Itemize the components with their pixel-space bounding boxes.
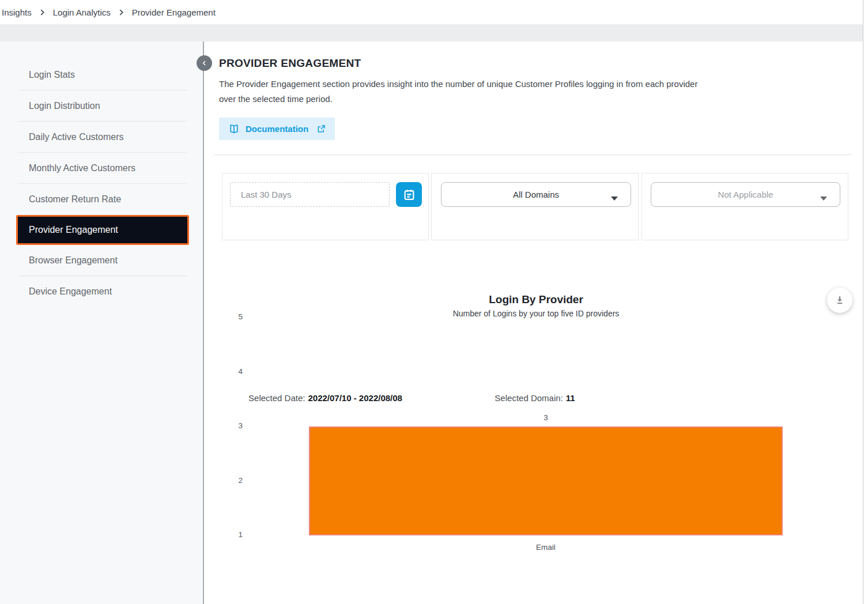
sidebar-item-label: Provider Engagement: [29, 225, 118, 235]
sidebar-item-label: Login Distribution: [29, 101, 100, 111]
chevron-right-icon: [118, 9, 124, 16]
section-divider: [214, 154, 852, 155]
y-axis-tick: 1: [219, 530, 243, 539]
collapse-sidebar-button[interactable]: [197, 55, 212, 71]
breadcrumb-item-login-analytics[interactable]: Login Analytics: [53, 7, 111, 17]
provider-engagement-page: Insights Login Analytics Provider Engage…: [0, 0, 868, 604]
secondary-select[interactable]: Not Applicable: [651, 182, 840, 207]
bar-email[interactable]: [309, 426, 783, 535]
y-axis-tick: 3: [219, 421, 243, 430]
domain-filter-card: All Domains Selected Domain:11: [431, 173, 639, 240]
secondary-select-value: Not Applicable: [718, 190, 773, 199]
page-description: The Provider Engagement section provides…: [219, 77, 714, 107]
y-axis-tick: 4: [219, 367, 243, 376]
y-axis-tick: 5: [219, 312, 243, 321]
sidebar-item-browser-engagement[interactable]: Browser Engagement: [19, 245, 187, 276]
date-range-input[interactable]: [230, 182, 390, 207]
analytics-sidebar: Login StatsLogin DistributionDaily Activ…: [0, 41, 204, 604]
chevron-down-icon: [611, 193, 618, 203]
header-band: [0, 24, 863, 41]
selected-date-value: 2022/07/10 - 2022/08/08: [308, 393, 402, 403]
chart-title: Login By Provider: [219, 293, 853, 306]
book-icon: [228, 124, 240, 134]
selected-date-summary: Selected Date:2022/07/10 - 2022/08/08: [222, 393, 428, 403]
documentation-button[interactable]: Documentation: [219, 118, 335, 140]
chevron-down-icon: [820, 193, 827, 203]
date-filter-card: Selected Date:2022/07/10 - 2022/08/08: [222, 173, 429, 240]
sidebar-item-monthly-active-customers[interactable]: Monthly Active Customers: [19, 153, 187, 184]
selected-domain-summary: Selected Domain:11: [432, 393, 638, 403]
sidebar-item-device-engagement[interactable]: Device Engagement: [19, 276, 187, 307]
sidebar-item-login-stats[interactable]: Login Stats: [19, 59, 187, 90]
sidebar-item-daily-active-customers[interactable]: Daily Active Customers: [19, 122, 187, 153]
bar-value-label: 3: [517, 413, 575, 422]
breadcrumb-item-provider-engagement: Provider Engagement: [132, 7, 216, 17]
breadcrumb: Insights Login Analytics Provider Engage…: [0, 0, 863, 24]
domain-select[interactable]: All Domains: [441, 182, 631, 207]
domain-select-value: All Domains: [513, 190, 559, 199]
selected-domain-label: Selected Domain:: [495, 393, 563, 403]
scrollbar-track[interactable]: [863, 0, 868, 604]
chart-subtitle: Number of Logins by your top five ID pro…: [219, 309, 853, 318]
calendar-icon: [403, 188, 416, 201]
documentation-label: Documentation: [246, 124, 308, 134]
selected-date-label: Selected Date:: [248, 393, 305, 403]
sidebar-item-label: Browser Engagement: [29, 255, 118, 266]
sidebar-item-label: Device Engagement: [29, 286, 112, 297]
external-link-icon: [316, 124, 326, 134]
chart-header: Login By Provider Number of Logins by yo…: [219, 293, 853, 318]
chevron-left-icon: [201, 59, 208, 67]
sidebar-item-label: Login Stats: [29, 70, 75, 80]
chevron-right-icon: [39, 9, 46, 16]
secondary-filter-card: Not Applicable: [641, 173, 848, 240]
sidebar-item-label: Monthly Active Customers: [29, 163, 135, 173]
x-axis-category-label: Email: [511, 543, 580, 552]
sidebar-item-provider-engagement[interactable]: Provider Engagement: [16, 215, 189, 245]
page-title: PROVIDER ENGAGEMENT: [219, 57, 361, 70]
sidebar-item-label: Daily Active Customers: [29, 132, 124, 142]
sidebar-item-login-distribution[interactable]: Login Distribution: [19, 90, 187, 122]
y-axis-tick: 2: [219, 476, 243, 485]
breadcrumb-item-insights[interactable]: Insights: [2, 7, 32, 17]
sidebar-item-label: Customer Return Rate: [29, 194, 121, 205]
calendar-button[interactable]: [396, 182, 422, 207]
selected-domain-value: 11: [566, 393, 575, 403]
sidebar-item-customer-return-rate[interactable]: Customer Return Rate: [19, 184, 187, 215]
